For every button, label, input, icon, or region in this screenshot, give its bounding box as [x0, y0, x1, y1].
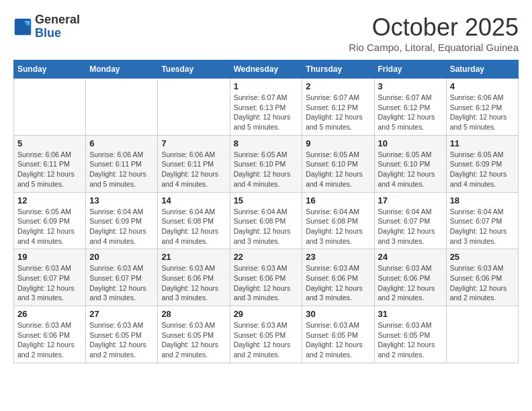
month-title: October 2025: [349, 13, 519, 42]
day-info: Sunrise: 6:07 AM Sunset: 6:12 PM Dayligh…: [378, 93, 443, 132]
day-number: 11: [450, 138, 515, 148]
calendar-week-1: 1Sunrise: 6:07 AM Sunset: 6:13 PM Daylig…: [14, 79, 519, 136]
day-number: 10: [378, 138, 443, 148]
day-info: Sunrise: 6:03 AM Sunset: 6:05 PM Dayligh…: [306, 320, 370, 360]
calendar-cell: 29Sunrise: 6:03 AM Sunset: 6:05 PM Dayli…: [230, 306, 302, 363]
calendar-cell: 27Sunrise: 6:03 AM Sunset: 6:05 PM Dayli…: [86, 306, 158, 363]
calendar-header: SundayMondayTuesdayWednesdayThursdayFrid…: [14, 60, 519, 79]
calendar-cell: 9Sunrise: 6:05 AM Sunset: 6:10 PM Daylig…: [302, 135, 374, 192]
day-info: Sunrise: 6:05 AM Sunset: 6:09 PM Dayligh…: [17, 207, 82, 246]
day-number: 21: [161, 252, 226, 262]
day-number: 3: [378, 81, 443, 91]
calendar-cell: 7Sunrise: 6:06 AM Sunset: 6:11 PM Daylig…: [158, 135, 230, 192]
day-number: 31: [378, 309, 443, 319]
day-info: Sunrise: 6:03 AM Sunset: 6:07 PM Dayligh…: [17, 263, 82, 303]
calendar-cell: 5Sunrise: 6:06 AM Sunset: 6:11 PM Daylig…: [14, 135, 86, 192]
day-info: Sunrise: 6:06 AM Sunset: 6:11 PM Dayligh…: [89, 150, 154, 189]
day-number: 2: [306, 81, 370, 91]
calendar-cell: 3Sunrise: 6:07 AM Sunset: 6:12 PM Daylig…: [374, 79, 446, 136]
calendar-cell: 1Sunrise: 6:07 AM Sunset: 6:13 PM Daylig…: [230, 79, 302, 136]
calendar-cell: [158, 79, 230, 136]
calendar-cell: 15Sunrise: 6:04 AM Sunset: 6:08 PM Dayli…: [230, 192, 302, 249]
day-info: Sunrise: 6:03 AM Sunset: 6:06 PM Dayligh…: [161, 263, 226, 303]
day-info: Sunrise: 6:03 AM Sunset: 6:06 PM Dayligh…: [378, 263, 443, 303]
day-number: 17: [378, 195, 443, 205]
day-number: 9: [306, 138, 370, 148]
calendar-cell: 12Sunrise: 6:05 AM Sunset: 6:09 PM Dayli…: [14, 192, 86, 249]
calendar-cell: 31Sunrise: 6:03 AM Sunset: 6:05 PM Dayli…: [374, 306, 446, 363]
calendar-cell: [446, 306, 518, 363]
day-number: 26: [17, 309, 82, 319]
day-info: Sunrise: 6:07 AM Sunset: 6:12 PM Dayligh…: [306, 93, 370, 132]
day-info: Sunrise: 6:04 AM Sunset: 6:07 PM Dayligh…: [450, 207, 515, 246]
day-info: Sunrise: 6:07 AM Sunset: 6:13 PM Dayligh…: [234, 93, 299, 132]
day-info: Sunrise: 6:05 AM Sunset: 6:09 PM Dayligh…: [450, 150, 515, 189]
day-number: 28: [161, 309, 226, 319]
weekday-friday: Friday: [374, 60, 446, 79]
day-number: 25: [450, 252, 515, 262]
day-number: 23: [306, 252, 370, 262]
day-info: Sunrise: 6:03 AM Sunset: 6:06 PM Dayligh…: [17, 320, 82, 360]
day-number: 14: [161, 195, 226, 205]
calendar-cell: 28Sunrise: 6:03 AM Sunset: 6:05 PM Dayli…: [158, 306, 230, 363]
day-number: 6: [89, 138, 154, 148]
calendar-week-5: 26Sunrise: 6:03 AM Sunset: 6:06 PM Dayli…: [14, 306, 519, 363]
day-number: 29: [234, 309, 299, 319]
page-header: General Blue October 2025 Rio Campo, Lit…: [13, 13, 519, 53]
logo: General Blue: [13, 13, 80, 40]
calendar-cell: 22Sunrise: 6:03 AM Sunset: 6:06 PM Dayli…: [230, 249, 302, 306]
calendar-week-2: 5Sunrise: 6:06 AM Sunset: 6:11 PM Daylig…: [14, 135, 519, 192]
day-info: Sunrise: 6:04 AM Sunset: 6:07 PM Dayligh…: [378, 207, 443, 246]
day-info: Sunrise: 6:04 AM Sunset: 6:08 PM Dayligh…: [234, 207, 299, 246]
calendar-cell: 8Sunrise: 6:05 AM Sunset: 6:10 PM Daylig…: [230, 135, 302, 192]
calendar-cell: 10Sunrise: 6:05 AM Sunset: 6:10 PM Dayli…: [374, 135, 446, 192]
calendar-cell: 16Sunrise: 6:04 AM Sunset: 6:08 PM Dayli…: [302, 192, 374, 249]
day-info: Sunrise: 6:06 AM Sunset: 6:12 PM Dayligh…: [450, 93, 515, 132]
weekday-sunday: Sunday: [14, 60, 86, 79]
day-info: Sunrise: 6:03 AM Sunset: 6:06 PM Dayligh…: [306, 263, 370, 303]
day-number: 13: [89, 195, 154, 205]
day-number: 16: [306, 195, 370, 205]
calendar-cell: 21Sunrise: 6:03 AM Sunset: 6:06 PM Dayli…: [158, 249, 230, 306]
day-number: 12: [17, 195, 82, 205]
day-number: 5: [17, 138, 82, 148]
calendar-cell: 20Sunrise: 6:03 AM Sunset: 6:07 PM Dayli…: [86, 249, 158, 306]
weekday-tuesday: Tuesday: [158, 60, 230, 79]
calendar-table: SundayMondayTuesdayWednesdayThursdayFrid…: [13, 60, 519, 363]
day-info: Sunrise: 6:03 AM Sunset: 6:05 PM Dayligh…: [378, 320, 443, 360]
location: Rio Campo, Litoral, Equatorial Guinea: [349, 42, 519, 53]
day-info: Sunrise: 6:04 AM Sunset: 6:08 PM Dayligh…: [161, 207, 226, 246]
weekday-saturday: Saturday: [446, 60, 518, 79]
title-block: October 2025 Rio Campo, Litoral, Equator…: [349, 13, 519, 53]
day-info: Sunrise: 6:04 AM Sunset: 6:09 PM Dayligh…: [89, 207, 154, 246]
calendar-cell: 26Sunrise: 6:03 AM Sunset: 6:06 PM Dayli…: [14, 306, 86, 363]
calendar-cell: 6Sunrise: 6:06 AM Sunset: 6:11 PM Daylig…: [86, 135, 158, 192]
calendar-cell: 14Sunrise: 6:04 AM Sunset: 6:08 PM Dayli…: [158, 192, 230, 249]
weekday-monday: Monday: [86, 60, 158, 79]
day-number: 24: [378, 252, 443, 262]
day-number: 30: [306, 309, 370, 319]
calendar-body: 1Sunrise: 6:07 AM Sunset: 6:13 PM Daylig…: [14, 79, 519, 363]
calendar-cell: 19Sunrise: 6:03 AM Sunset: 6:07 PM Dayli…: [14, 249, 86, 306]
calendar-cell: 2Sunrise: 6:07 AM Sunset: 6:12 PM Daylig…: [302, 79, 374, 136]
weekday-wednesday: Wednesday: [230, 60, 302, 79]
calendar-cell: 11Sunrise: 6:05 AM Sunset: 6:09 PM Dayli…: [446, 135, 518, 192]
day-number: 7: [161, 138, 226, 148]
calendar-cell: 17Sunrise: 6:04 AM Sunset: 6:07 PM Dayli…: [374, 192, 446, 249]
day-info: Sunrise: 6:03 AM Sunset: 6:06 PM Dayligh…: [450, 263, 515, 303]
calendar-cell: 18Sunrise: 6:04 AM Sunset: 6:07 PM Dayli…: [446, 192, 518, 249]
day-number: 4: [450, 81, 515, 91]
calendar-cell: 4Sunrise: 6:06 AM Sunset: 6:12 PM Daylig…: [446, 79, 518, 136]
day-number: 27: [89, 309, 154, 319]
calendar-cell: [14, 79, 86, 136]
day-number: 8: [234, 138, 299, 148]
calendar-cell: 30Sunrise: 6:03 AM Sunset: 6:05 PM Dayli…: [302, 306, 374, 363]
day-number: 1: [234, 81, 299, 91]
day-number: 22: [234, 252, 299, 262]
calendar-cell: 13Sunrise: 6:04 AM Sunset: 6:09 PM Dayli…: [86, 192, 158, 249]
weekday-thursday: Thursday: [302, 60, 374, 79]
calendar-cell: 24Sunrise: 6:03 AM Sunset: 6:06 PM Dayli…: [374, 249, 446, 306]
day-info: Sunrise: 6:06 AM Sunset: 6:11 PM Dayligh…: [17, 150, 82, 189]
calendar-cell: 23Sunrise: 6:03 AM Sunset: 6:06 PM Dayli…: [302, 249, 374, 306]
day-info: Sunrise: 6:03 AM Sunset: 6:06 PM Dayligh…: [234, 263, 299, 303]
